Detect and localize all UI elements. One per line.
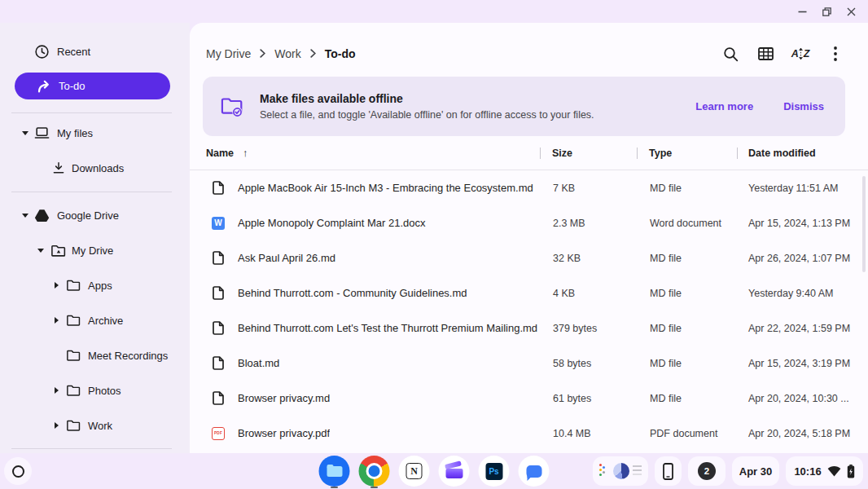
file-type: MD file [638, 358, 738, 369]
chevron-right-icon [310, 47, 316, 60]
file-date-modified: Apr 26, 2024, 1:07 PM [738, 253, 868, 264]
scrollbar-thumb[interactable] [862, 176, 866, 272]
file-row[interactable]: Apple Monopoly Complaint Mar 21.docx 2.3… [190, 205, 868, 240]
breadcrumb-todo-current[interactable]: To-do [325, 47, 356, 60]
pdf-file-icon [211, 427, 226, 440]
column-header-name[interactable]: Name ↑ [206, 147, 540, 159]
sidebar-item-meet-recordings[interactable]: Meet Recordings [0, 341, 190, 370]
learn-more-button[interactable]: Learn more [695, 100, 753, 112]
notion-icon[interactable] [399, 456, 430, 487]
expand-caret-icon[interactable] [37, 249, 45, 253]
main-header: My Drive Work To-do [190, 23, 868, 73]
banner-title: Make files available offline [260, 92, 695, 105]
files-app-icon[interactable] [319, 456, 350, 487]
md-file-icon [211, 286, 226, 300]
close-icon [847, 7, 856, 16]
more-options-icon [834, 46, 837, 61]
files-app-window: Recent To-do My files Downl [0, 0, 868, 489]
chat-icon[interactable] [519, 456, 550, 487]
pie-chart-preview [613, 463, 629, 479]
sidebar-divider [11, 112, 172, 113]
my-drive-folder-icon [50, 244, 66, 257]
sidebar-item-work[interactable]: Work [0, 411, 190, 440]
file-size: 4 KB [541, 288, 638, 299]
file-size: 7 KB [541, 183, 638, 194]
dismiss-button[interactable]: Dismiss [783, 100, 824, 112]
grid-view-icon [758, 47, 774, 60]
google-drive-icon [34, 209, 50, 222]
sidebar-item-downloads[interactable]: Downloads [0, 153, 190, 183]
sort-ascending-arrow-icon: ↑ [243, 147, 248, 159]
file-row[interactable]: Apple MacBook Air 15-Inch M3 - Embracing… [190, 170, 868, 205]
minimize-button[interactable] [791, 2, 813, 21]
sidebar-item-my-files[interactable]: My files [0, 118, 190, 148]
collapse-caret-icon[interactable] [52, 282, 60, 289]
laptop-icon [34, 126, 50, 140]
file-name: Browser privacy.md [238, 392, 330, 404]
expand-caret-icon[interactable] [21, 214, 29, 218]
banner-subtitle: Select a file, and toggle 'Available off… [260, 109, 695, 121]
chrome-icon[interactable] [359, 456, 390, 487]
notification-count-badge: 2 [698, 462, 716, 480]
restore-button[interactable] [816, 2, 837, 21]
collapse-caret-icon[interactable] [52, 422, 60, 429]
file-row[interactable]: Browser privacy.md 61 bytes MD file Apr … [190, 381, 868, 416]
screen-capture-thumbnail[interactable] [593, 456, 648, 486]
search-icon [723, 46, 739, 62]
sort-az-button[interactable] [791, 44, 810, 64]
md-file-icon [211, 321, 226, 335]
collapse-caret-icon[interactable] [52, 317, 60, 324]
grid-view-button[interactable] [756, 44, 775, 64]
file-row[interactable]: Browser privacy.pdf 10.4 MB PDF document… [190, 416, 868, 451]
photoshop-icon[interactable] [479, 456, 510, 487]
sidebar-item-photos[interactable]: Photos [0, 376, 190, 405]
shortcut-arrow-icon [37, 80, 52, 93]
status-area: 2 Apr 30 10:16 [593, 456, 863, 486]
sidebar-item-apps[interactable]: Apps [0, 271, 190, 300]
column-header-date-modified[interactable]: Date modified [738, 148, 868, 159]
sidebar-item-recent[interactable]: Recent [0, 37, 190, 66]
folder-icon [66, 385, 81, 396]
file-name: Apple MacBook Air 15-Inch M3 - Embracing… [238, 182, 533, 194]
file-name: Browser privacy.pdf [238, 427, 330, 439]
file-type: MD file [638, 253, 738, 264]
file-row[interactable]: Behind Thurrott.com Let's Test the Thurr… [190, 311, 868, 346]
sidebar-item-todo-selected[interactable]: To-do [15, 73, 170, 99]
clapperboard-icon[interactable] [439, 456, 470, 487]
breadcrumb: My Drive Work To-do [206, 47, 356, 60]
expand-caret-icon[interactable] [21, 131, 29, 135]
sidebar-item-label: Work [88, 420, 112, 432]
sidebar-item-google-drive[interactable]: Google Drive [0, 200, 190, 230]
folder-icon [66, 350, 81, 361]
notification-counter[interactable]: 2 [688, 456, 726, 486]
shelf-app-dock [319, 456, 550, 487]
date-button[interactable]: Apr 30 [732, 456, 779, 486]
file-row[interactable]: Ask Paul April 26.md 32 KB MD file Apr 2… [190, 240, 868, 275]
column-header-type[interactable]: Type [638, 148, 737, 159]
sidebar-item-label: Archive [88, 315, 123, 327]
breadcrumb-work[interactable]: Work [274, 47, 300, 60]
main-panel: My Drive Work To-do [190, 23, 868, 453]
sidebar-item-my-drive[interactable]: My Drive [0, 236, 190, 265]
file-date-modified: Apr 22, 2024, 1:59 PM [738, 323, 868, 334]
collapse-caret-icon[interactable] [52, 387, 60, 394]
column-header-size[interactable]: Size [541, 148, 637, 159]
search-button[interactable] [721, 44, 740, 64]
system-tray-button[interactable]: 10:16 [786, 456, 863, 486]
file-row[interactable]: Behind Thurrott.com - Community Guidelin… [190, 275, 868, 311]
md-file-icon [211, 181, 226, 195]
more-options-button[interactable] [826, 44, 845, 64]
breadcrumb-my-drive[interactable]: My Drive [206, 47, 251, 60]
sidebar-divider [11, 192, 172, 192]
phone-hub-button[interactable] [655, 456, 682, 486]
folder-icon [66, 420, 81, 431]
clock-icon [34, 44, 50, 59]
file-size: 58 bytes [541, 358, 638, 369]
file-row[interactable]: Bloat.md 58 bytes MD file Apr 15, 2024, … [190, 346, 868, 381]
folder-icon [66, 280, 81, 291]
sidebar: Recent To-do My files Downl [0, 23, 190, 453]
close-button[interactable] [840, 2, 861, 21]
file-size: 10.4 MB [541, 428, 638, 439]
sidebar-item-archive[interactable]: Archive [0, 306, 190, 335]
launcher-button[interactable] [4, 457, 32, 485]
